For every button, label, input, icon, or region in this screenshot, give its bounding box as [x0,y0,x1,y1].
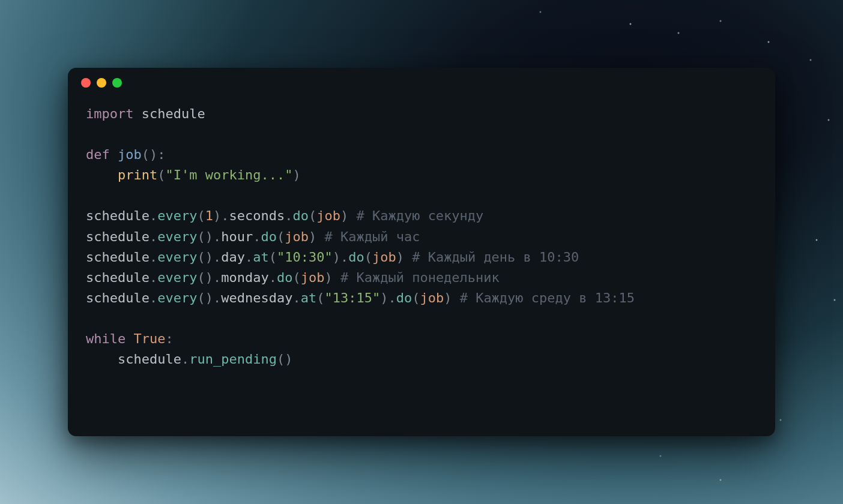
code-token-punct: ( [292,270,300,285]
code-token-call: at [253,250,269,265]
code-token-punct: ( [197,270,205,285]
code-token-call: run_pending [189,352,277,367]
code-token-punct: . [285,208,292,223]
code-token-builtin: print [118,167,157,182]
code-token-punct: : [165,331,173,346]
code-token-punct: . [221,208,229,223]
code-token-punct: ) [205,250,213,265]
code-token-comment: # Каждую среду в 13:15 [460,290,635,305]
code-token-punct: . [245,250,253,265]
code-token-ident: schedule [142,106,205,121]
code-token-punct: . [181,352,189,367]
code-token-call: every [157,290,197,305]
code-token-punct: ( [197,250,205,265]
code-token-punct: ) [205,290,213,305]
code-token-string: "13:15" [324,290,380,305]
code-token-punct: ) [213,208,221,223]
code-token-punct: ) [205,270,213,285]
code-token-punct: ( [309,208,316,223]
code-token-comment: # Каждый день в 10:30 [412,250,579,265]
code-token-comment: # Каждый час [324,229,420,244]
code-token-punct: . [150,290,157,305]
code-token-punct: ) [324,270,332,285]
code-token-punct: ) [396,250,404,265]
code-token-keyword: import [86,106,133,121]
code-token-call: do [277,270,293,285]
code-token-ident: schedule [86,250,150,265]
code-token-punct: ( [197,290,205,305]
minimize-icon[interactable] [97,78,106,88]
code-token-ident: schedule [86,229,150,244]
code-token-ident: schedule [118,352,181,367]
code-token-punct: ) [333,250,340,265]
code-token-call: do [261,229,277,244]
code-token-keyword: def [86,147,110,162]
code-token-ident: schedule [86,270,150,285]
code-token-number: 1 [205,208,213,223]
code-token-punct: ) [340,208,348,223]
code-token-punct: . [150,250,157,265]
code-token-punct: . [150,208,157,223]
code-token-ident: schedule [86,290,150,305]
code-token-param: job [301,270,325,285]
maximize-icon[interactable] [112,78,122,88]
code-token-punct: ( [277,352,285,367]
code-token-punct: . [213,229,221,244]
code-token-punct: ) [285,352,292,367]
code-token-punct: ( [157,167,165,182]
code-token-param: job [420,290,444,305]
code-token-punct: ) [309,229,316,244]
code-token-comment: # Каждый понедельник [340,270,500,285]
code-token-ident: day [221,250,245,265]
titlebar [68,68,775,98]
code-token-deffn: job [118,147,142,162]
code-block: import schedule def job(): print("I'm wo… [68,98,775,388]
code-token-punct: . [150,229,157,244]
code-token-call: every [157,250,197,265]
code-token-call: do [292,208,309,223]
code-token-punct: ( [316,290,324,305]
code-token-punct: . [253,229,261,244]
code-token-keyword: while [86,331,125,346]
code-token-punct: ( [142,147,150,162]
code-token-punct: ( [364,250,372,265]
code-token-ident: schedule [86,208,150,223]
code-token-ident: seconds [229,208,285,223]
code-token-call: at [301,290,317,305]
code-token-punct: ( [412,290,420,305]
code-token-punct: . [292,290,300,305]
code-token-punct: ) [444,290,452,305]
code-token-call: do [396,290,412,305]
code-token-call: every [157,270,197,285]
code-token-comment: # Каждую секунду [356,208,483,223]
code-token-punct: ) [292,167,300,182]
code-token-punct: ( [197,229,205,244]
code-token-punct: . [213,290,221,305]
code-token-punct: ( [197,208,205,223]
code-token-string: "I'm working..." [165,167,292,182]
code-token-param: job [372,250,396,265]
code-token-ident: monday [221,270,268,285]
code-token-const: True [133,331,165,346]
code-token-punct: ) [205,229,213,244]
code-token-call: every [157,229,197,244]
code-token-ident: hour [221,229,253,244]
code-token-punct: ) [380,290,388,305]
code-token-punct: ) [150,147,157,162]
code-token-param: job [316,208,340,223]
code-token-call: do [348,250,364,265]
code-token-punct: . [213,250,221,265]
code-token-ident: wednesday [221,290,292,305]
code-token-punct: . [150,270,157,285]
code-token-punct: . [340,250,348,265]
code-token-punct: ( [277,229,285,244]
code-window: import schedule def job(): print("I'm wo… [68,68,775,436]
close-icon[interactable] [81,78,91,88]
code-token-punct: . [388,290,396,305]
code-token-punct: ( [269,250,277,265]
code-token-punct: : [157,147,165,162]
code-token-string: "10:30" [277,250,333,265]
code-token-call: every [157,208,197,223]
code-token-punct: . [213,270,221,285]
code-token-param: job [285,229,309,244]
